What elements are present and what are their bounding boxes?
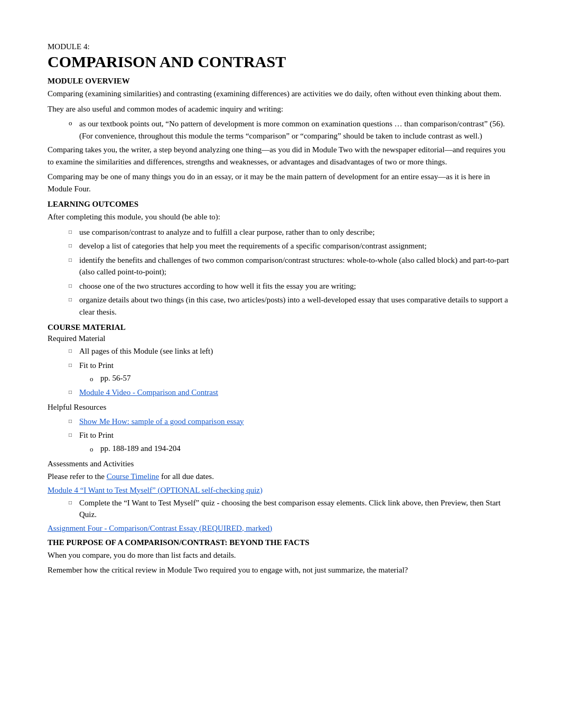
module4-video-link[interactable]: Module 4 Video - Comparison and Contrast: [79, 388, 218, 397]
assessments-p1: Please refer to the Course Timeline for …: [48, 471, 513, 483]
course-material-heading: COURSE MATERIAL: [48, 323, 513, 332]
learning-intro: After completing this module, you should…: [48, 211, 513, 223]
helpful-item-1: Show Me How: sample of a good comparison…: [69, 416, 513, 428]
learning-outcome-2: develop a list of categories that help y…: [69, 240, 513, 252]
overview-heading: MODULE OVERVIEW: [48, 77, 513, 86]
learning-outcomes-list: use comparison/contrast to analyze and t…: [69, 226, 513, 318]
overview-p4: Comparing may be one of many things you …: [48, 171, 513, 195]
optional-quiz-list: Complete the “I Want to Test Myself” qui…: [69, 497, 513, 521]
required-item-1: All pages of this Module (see links at l…: [69, 345, 513, 357]
course-timeline-link[interactable]: Course Timeline: [107, 472, 160, 481]
helpful-resources-list: Show Me How: sample of a good comparison…: [69, 416, 513, 455]
learning-outcome-5: organize details about two things (in th…: [69, 294, 513, 318]
fit-to-print-sub-list: pp. 56-57: [90, 372, 513, 384]
helpful-heading: Helpful Resources: [48, 401, 513, 413]
page-container: MODULE 4: COMPARISON AND CONTRAST MODULE…: [0, 0, 561, 622]
assessments-p1-start: Please refer to the: [48, 472, 107, 481]
optional-quiz-link-para: Module 4 “I Want to Test Myself” (OPTION…: [48, 486, 513, 495]
optional-quiz-bullet: Complete the “I Want to Test Myself” qui…: [69, 497, 513, 521]
assignment-link-para: Assignment Four - Comparison/Contrast Es…: [48, 524, 513, 533]
module-title: COMPARISON AND CONTRAST: [48, 52, 513, 71]
overview-p2: They are also useful and common modes of…: [48, 103, 513, 115]
overview-bullet-list: as our textbook points out, “No pattern …: [69, 118, 513, 142]
learning-outcome-1: use comparison/contrast to analyze and t…: [69, 226, 513, 238]
overview-p3: Comparing takes you, the writer, a step …: [48, 144, 513, 168]
purpose-heading: THE PURPOSE OF A COMPARISON/CONTRAST: BE…: [48, 538, 513, 547]
helpful-item-2: Fit to Print pp. 188-189 and 194-204: [69, 429, 513, 454]
overview-bullet-item-1: as our textbook points out, “No pattern …: [69, 118, 513, 142]
required-items-list: All pages of this Module (see links at l…: [69, 345, 513, 398]
required-heading: Required Material: [48, 334, 513, 343]
module4-video-item: Module 4 Video - Comparison and Contrast: [69, 386, 513, 399]
helpful-sub: pp. 188-189 and 194-204: [90, 443, 513, 455]
assignment-four-link[interactable]: Assignment Four - Comparison/Contrast Es…: [48, 524, 272, 532]
optional-quiz-link[interactable]: Module 4 “I Want to Test Myself” (OPTION…: [48, 486, 263, 494]
module-label: MODULE 4:: [48, 42, 513, 51]
required-item-2: Fit to Print pp. 56-57: [69, 360, 513, 384]
purpose-p1: When you compare, you do more than list …: [48, 549, 513, 561]
show-me-how-link[interactable]: Show Me How: sample of a good comparison…: [79, 417, 244, 426]
overview-p1: Comparing (examining similarities) and c…: [48, 88, 513, 100]
learning-outcome-3: identify the benefits and challenges of …: [69, 254, 513, 278]
helpful-sub-list: pp. 188-189 and 194-204: [90, 443, 513, 455]
assessments-heading: Assessments and Activities: [48, 459, 513, 468]
purpose-p2: Remember how the critical review in Modu…: [48, 564, 513, 576]
fit-to-print-sub: pp. 56-57: [90, 372, 513, 384]
assessments-p1-end: for all due dates.: [159, 472, 214, 481]
learning-heading: LEARNING OUTCOMES: [48, 200, 513, 209]
learning-outcome-4: choose one of the two structures accordi…: [69, 280, 513, 292]
